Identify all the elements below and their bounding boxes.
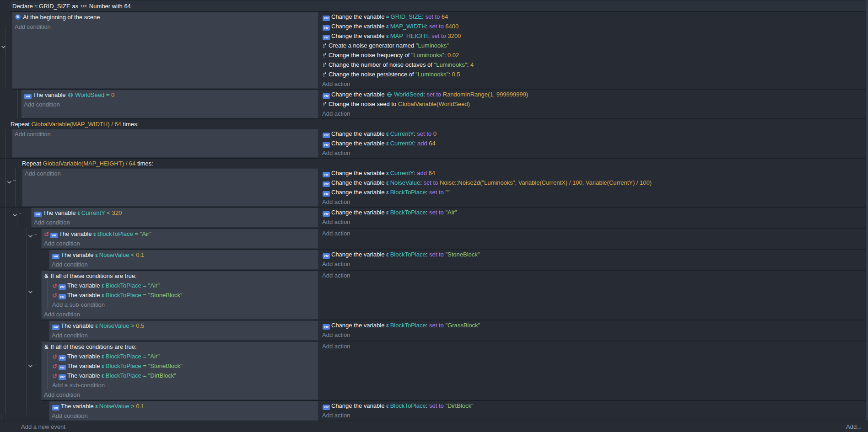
text-segment: NoiseValue	[99, 403, 129, 410]
action-set-worldseed-random[interactable]: varChange the variable WorldSeed: set to…	[320, 90, 868, 99]
add-condition-link[interactable]: Add condition	[42, 239, 318, 248]
text-segment: Change the noise frequency of	[329, 52, 411, 59]
text-segment: :	[426, 209, 429, 216]
add-action-link[interactable]: Add action	[320, 197, 868, 207]
add-action-link[interactable]: Add action	[320, 109, 868, 118]
add-action-link[interactable]: Add action	[320, 341, 868, 351]
action-add-currentx-64[interactable]: varChange the variable εCurrentX: add 64	[320, 139, 868, 148]
vertical-scrollbar[interactable]	[866, 0, 868, 432]
var-icon: var	[59, 365, 66, 370]
var-icon: var	[59, 355, 66, 361]
add-condition-link[interactable]: Add condition	[49, 411, 318, 421]
collapse-chevron-icon[interactable]	[1, 43, 6, 46]
collapse-chevron-icon[interactable]	[28, 288, 33, 291]
action-set-grid-size[interactable]: varChange the variable ≈GRID_SIZE: set t…	[320, 12, 868, 21]
event-currenty-check: varThe variable εCurrentY < 320Add condi…	[31, 208, 868, 229]
text-segment: :	[426, 23, 429, 30]
add-condition-link[interactable]: Add condition	[42, 309, 318, 319]
add-action-link[interactable]: Add action	[320, 229, 868, 238]
event-repeat-map-height: Repeat GlobalVariable(MAP_HEIGHT) / 64 t…	[0, 159, 868, 208]
action-set-map-width[interactable]: varChange the variable εMAP_WIDTH: set t…	[320, 21, 868, 31]
collapse-chevron-icon[interactable]	[7, 178, 12, 181]
add-condition-link[interactable]: Add condition	[32, 218, 318, 227]
subcondition-not-stoneblock[interactable]: ↺varThe variable εBlockToPlace = "StoneB…	[48, 290, 318, 300]
scene-variable-icon: ε	[386, 22, 389, 31]
add-condition-link[interactable]: Add condition	[22, 169, 318, 178]
action-clear-blocktoplace[interactable]: varChange the variable εBlockToPlace: se…	[320, 187, 868, 197]
subcondition-not-stoneblock[interactable]: ↺varThe variable εBlockToPlace = "StoneB…	[48, 361, 318, 371]
condition-currenty-lt-320[interactable]: varThe variable εCurrentY < 320	[32, 208, 318, 218]
condition-not-blocktoplace-air[interactable]: ↺varThe variable εBlockToPlace = "Air"	[42, 229, 318, 239]
action-add-currenty-64[interactable]: varChange the variable εCurrentY: add 64	[320, 168, 868, 178]
repeat-header-map-height[interactable]: Repeat GlobalVariable(MAP_HEIGHT) / 64 t…	[20, 159, 868, 168]
condition-if-all-true[interactable]: &If all of these conditions are true:	[42, 342, 318, 352]
action-set-blocktoplace-air[interactable]: varChange the variable εBlockToPlace: se…	[320, 208, 868, 217]
text-segment: Add action	[322, 219, 350, 225]
add-action-link[interactable]: Add action	[320, 259, 868, 269]
subcondition-not-air[interactable]: ↺varThe variable εBlockToPlace = "Air"	[48, 352, 318, 361]
collapse-chevron-icon[interactable]	[28, 232, 33, 235]
add-action-link[interactable]: Add action	[320, 271, 868, 280]
add-condition-link[interactable]: Add condition	[49, 260, 318, 269]
action-set-map-height[interactable]: varChange the variable εMAP_HEIGHT: set …	[320, 31, 868, 41]
inverted-icon: ↺	[52, 352, 57, 361]
condition-worldseed-equals-0[interactable]: varThe variable WorldSeed = 0	[22, 90, 318, 100]
text-segment: 0	[433, 130, 437, 137]
action-set-blocktoplace-stoneblock[interactable]: varChange the variable εBlockToPlace: se…	[320, 250, 868, 259]
declare-variable-bar[interactable]: Declare ≈GRID_SIZE as 123 Number with 64	[10, 1, 868, 11]
add-new-event-button[interactable]: Add a new event	[21, 423, 65, 430]
action-set-blocktoplace-dirtblock[interactable]: varChange the variable εBlockToPlace: se…	[320, 401, 868, 411]
action-set-currenty-0[interactable]: varChange the variable εCurrentY: set to…	[320, 129, 868, 139]
add-condition-link[interactable]: Add condition	[12, 129, 318, 139]
text-segment: CurrentY	[390, 130, 414, 137]
add-action-link[interactable]: Add action	[320, 217, 868, 227]
var-icon: var	[24, 94, 32, 99]
text-segment: Change the variable	[331, 91, 386, 98]
text-segment: Change the variable	[331, 179, 386, 186]
add-condition-link[interactable]: Add condition	[22, 100, 318, 109]
add-button[interactable]: Add...	[846, 423, 862, 430]
scene-variable-icon: ε	[102, 291, 104, 300]
action-noise-frequency[interactable]: Change the noise frequency of "Luminooks…	[320, 50, 868, 60]
collapse-chevron-icon[interactable]	[28, 362, 33, 365]
text-segment: MAP_HEIGHT	[390, 32, 428, 39]
scene-variable-icon: ε	[386, 401, 389, 411]
text-segment: Declare	[12, 3, 34, 10]
condition-if-all-true[interactable]: &If all of these conditions are true:	[42, 271, 318, 281]
subcondition-not-air[interactable]: ↺varThe variable εBlockToPlace = "Air"	[48, 281, 318, 290]
action-noise-persistence[interactable]: Change the noise persistence of "Luminoo…	[320, 69, 868, 79]
event-begin-scene: At the beginning of the sceneAdd conditi…	[12, 12, 868, 90]
add-action-link[interactable]: Add action	[320, 411, 868, 420]
subcondition-not-dirtblock[interactable]: ↺varThe variable εBlockToPlace = "DirtBl…	[48, 371, 318, 380]
repeat-event-header[interactable]: Repeat GlobalVariable(MAP_WIDTH) / 64 ti…	[8, 119, 868, 129]
variable-declaration-bar[interactable]: Declare ≈GRID_SIZE as 123 Number with 64	[10, 1, 868, 12]
action-set-blocktoplace-grassblock[interactable]: varChange the variable εBlockToPlace: se…	[320, 320, 868, 330]
action-set-noise-seed[interactable]: Change the noise seed to GlobalVariable(…	[320, 99, 868, 109]
condition-noisevalue-gt-0-5[interactable]: varThe variable εNoiseValue > 0.5	[49, 321, 318, 331]
collapse-chevron-icon[interactable]	[12, 211, 17, 214]
add-condition-link[interactable]: Add condition	[49, 331, 318, 340]
add-action-link[interactable]: Add action	[320, 330, 868, 340]
text-segment: 320	[112, 209, 122, 216]
add-condition-link[interactable]: Add condition	[12, 22, 318, 32]
text-segment: >	[129, 403, 136, 410]
actions-panel: varChange the variable εBlockToPlace: se…	[318, 401, 868, 421]
condition-at-beginning-of-scene[interactable]: At the beginning of the scene	[12, 12, 318, 22]
condition-noisevalue-gt-0-1[interactable]: varThe variable εNoiseValue > 0.1	[49, 401, 318, 411]
action-noise-octaves[interactable]: Change the number of noise octaves of "L…	[320, 60, 868, 69]
repeat-event-header[interactable]: Repeat GlobalVariable(MAP_HEIGHT) / 64 t…	[20, 159, 868, 168]
repeat-header-map-width[interactable]: Repeat GlobalVariable(MAP_WIDTH) / 64 ti…	[8, 119, 868, 129]
var-icon: var	[323, 181, 330, 187]
add-action-link[interactable]: Add action	[320, 148, 868, 158]
add-condition-link[interactable]: Add condition	[42, 390, 318, 400]
action-set-noisevalue[interactable]: varChange the variable εNoiseValue: set …	[320, 178, 868, 187]
condition-noisevalue-lt-0-1[interactable]: varThe variable εNoiseValue < 0.1	[49, 250, 318, 260]
add-action-link[interactable]: Add action	[320, 79, 868, 89]
noise-icon	[323, 101, 327, 107]
add-sub-condition-link[interactable]: Add a sub-condition	[48, 380, 318, 390]
add-sub-condition-link[interactable]: Add a sub-condition	[48, 300, 318, 309]
text-segment: Add action	[322, 343, 350, 350]
text-segment: GlobalVariable(WorldSeed)	[398, 101, 470, 107]
action-create-noise-generator[interactable]: Create a noise generator named "Luminook…	[320, 41, 868, 50]
text-segment: =	[133, 230, 140, 237]
